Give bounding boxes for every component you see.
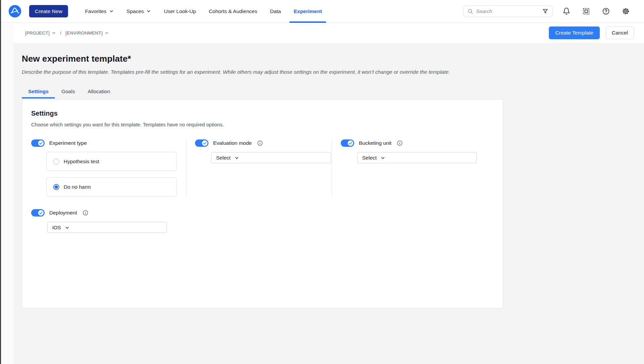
settings-panel-heading: Settings	[31, 110, 503, 117]
chevron-down-icon	[105, 31, 109, 35]
template-tabs: Settings Goals Allocation	[22, 85, 644, 99]
bucketing-unit-row: Bucketing unit	[341, 139, 486, 147]
help-icon[interactable]	[601, 7, 610, 16]
toggle-knob	[347, 140, 354, 146]
check-circle-icon	[38, 209, 44, 216]
deployment-section: Deployment iOS	[31, 209, 186, 233]
header-actions: Create Template Cancel	[549, 26, 634, 39]
check-circle-icon	[201, 140, 208, 146]
tab-allocation[interactable]: Allocation	[81, 85, 117, 99]
nav-right-cluster	[463, 5, 635, 17]
tab-settings[interactable]: Settings	[22, 85, 55, 99]
create-template-button[interactable]: Create Template	[549, 26, 599, 39]
breadcrumb-separator: /	[59, 31, 62, 36]
amplitude-wave-icon	[9, 5, 21, 17]
option-do-no-harm[interactable]: Do no harm	[46, 177, 177, 196]
nav-item-favorites[interactable]: Favorites	[79, 0, 120, 23]
search-input[interactable]	[476, 8, 539, 14]
nav-item-label: Spaces	[127, 8, 144, 14]
left-rail	[1, 23, 13, 364]
evaluation-mode-toggle[interactable]	[195, 139, 208, 147]
toggle-knob	[38, 209, 44, 216]
bucketing-unit-toggle[interactable]	[341, 139, 354, 147]
notifications-bell-icon[interactable]	[562, 7, 571, 16]
dashed-select-region-icon[interactable]	[582, 7, 590, 16]
create-new-button[interactable]: Create New	[29, 5, 68, 17]
chevron-down-icon	[52, 31, 56, 35]
page-header: [PROJECT] / [ENVIRONMENT] Create Templat…	[13, 23, 644, 43]
settings-panel: Settings Choose which settings you want …	[22, 99, 503, 308]
settings-gear-icon[interactable]	[621, 7, 630, 16]
window-left-border	[0, 0, 1, 364]
chevron-down-icon	[380, 156, 385, 161]
breadcrumb-project-label: [PROJECT]	[25, 31, 50, 36]
bucketing-unit-label: Bucketing unit	[359, 140, 391, 146]
evaluation-mode-row: Evaluation mode	[195, 139, 332, 147]
experiment-type-label: Experiment type	[49, 140, 87, 146]
radio-unselected[interactable]	[53, 159, 59, 165]
evaluation-mode-label: Evaluation mode	[213, 140, 252, 146]
option-label: Do no harm	[64, 184, 91, 190]
chevron-down-icon	[146, 9, 151, 14]
utility-icons	[562, 7, 635, 16]
check-circle-icon	[38, 140, 44, 146]
top-navigation-bar: Create New Favorites Spaces User Look-Up…	[0, 0, 644, 23]
nav-item-cohorts-audiences[interactable]: Cohorts & Audiences	[202, 0, 264, 23]
column-experiment-type: Experiment type Hypothesis test Do no ha…	[31, 139, 186, 233]
nav-item-spaces[interactable]: Spaces	[120, 0, 158, 23]
primary-nav: Favorites Spaces User Look-Up Cohorts & …	[79, 0, 328, 23]
evaluation-mode-select[interactable]: Select	[211, 152, 331, 163]
page-title: New experiment template*	[22, 54, 644, 64]
nav-item-user-look-up[interactable]: User Look-Up	[157, 0, 202, 23]
search-icon	[467, 8, 473, 14]
column-bucketing-unit: Bucketing unit Select	[332, 139, 486, 233]
experiment-type-toggle[interactable]	[31, 139, 45, 147]
global-search[interactable]	[463, 5, 553, 17]
chevron-down-icon	[234, 156, 239, 161]
cancel-button[interactable]: Cancel	[606, 26, 634, 39]
content-area: New experiment template* Describe the pu…	[13, 43, 644, 364]
evaluation-mode-select-value: Select	[216, 155, 231, 161]
deployment-row: Deployment	[31, 209, 186, 217]
breadcrumb-environment-dropdown[interactable]: [ENVIRONMENT]	[65, 31, 109, 36]
column-evaluation-mode: Evaluation mode Select	[187, 139, 332, 233]
chevron-down-icon	[65, 225, 70, 230]
option-hypothesis-test[interactable]: Hypothesis test	[46, 152, 177, 171]
page-description: Describe the purpose of this template. T…	[22, 69, 644, 75]
breadcrumb-environment-label: [ENVIRONMENT]	[65, 31, 103, 36]
tab-goals[interactable]: Goals	[55, 85, 81, 99]
experiment-type-row: Experiment type	[31, 139, 186, 147]
deployment-info-icon[interactable]	[82, 210, 88, 216]
breadcrumb: [PROJECT] / [ENVIRONMENT]	[25, 31, 109, 36]
evaluation-mode-info-icon[interactable]	[257, 140, 263, 146]
settings-columns: Experiment type Hypothesis test Do no ha…	[31, 139, 503, 233]
amplitude-logo[interactable]	[9, 5, 21, 17]
bucketing-unit-info-icon[interactable]	[397, 140, 403, 146]
breadcrumb-project-dropdown[interactable]: [PROJECT]	[25, 31, 56, 36]
deployment-select-value: iOS	[52, 225, 61, 231]
option-label: Hypothesis test	[64, 159, 99, 165]
nav-item-label: Favorites	[85, 8, 107, 14]
radio-selected[interactable]	[53, 184, 59, 190]
nav-item-label: Experiment	[294, 8, 322, 14]
bucketing-unit-select-value: Select	[362, 155, 377, 161]
toggle-knob	[201, 140, 208, 146]
nav-item-label: User Look-Up	[164, 8, 196, 14]
toggle-knob	[38, 140, 44, 146]
bucketing-unit-select[interactable]: Select	[357, 152, 477, 163]
deployment-select[interactable]: iOS	[47, 222, 167, 233]
chevron-down-icon	[109, 9, 114, 14]
settings-panel-subheading: Choose which settings you want for this …	[31, 122, 503, 127]
nav-item-data[interactable]: Data	[264, 0, 287, 23]
nav-item-label: Cohorts & Audiences	[209, 8, 257, 14]
experiment-type-options: Hypothesis test Do no harm	[46, 152, 186, 196]
filter-funnel-icon[interactable]	[542, 8, 549, 14]
check-circle-icon	[347, 140, 354, 146]
deployment-label: Deployment	[49, 210, 77, 216]
nav-item-experiment[interactable]: Experiment	[287, 0, 328, 23]
deployment-toggle[interactable]	[31, 209, 45, 217]
nav-item-label: Data	[270, 8, 281, 14]
